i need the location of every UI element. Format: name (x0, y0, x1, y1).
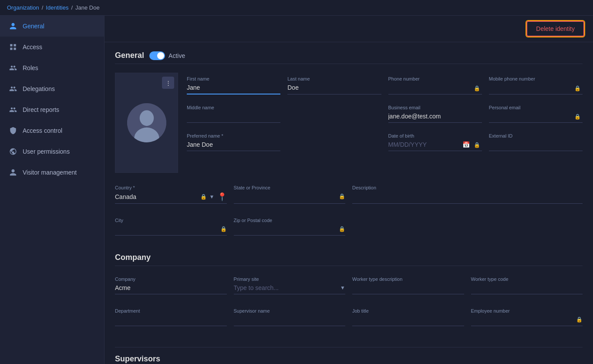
breadcrumb-identities[interactable]: Identities (46, 4, 68, 11)
sidebar-item-user-permissions[interactable]: User permissions (0, 141, 104, 162)
country-input[interactable] (115, 192, 198, 201)
supervisor-name-field: Supervisor name (234, 305, 346, 326)
job-title-label: Job title (352, 308, 464, 313)
country-field: Country * 🔒 ▼ 📍 (115, 182, 227, 204)
employee-number-input[interactable] (471, 315, 574, 324)
state-input[interactable] (234, 192, 337, 201)
mobile-phone-input[interactable] (489, 83, 583, 92)
employee-number-label: Employee number (471, 308, 583, 313)
breadcrumb: Organization / Identities / Jane Doe (0, 0, 593, 16)
sidebar-item-roles[interactable]: Roles (0, 57, 104, 78)
sidebar-label-roles: Roles (23, 64, 38, 71)
zip-lock-icon: 🔒 (339, 226, 345, 232)
first-name-label: First name (187, 76, 280, 81)
state-province-field: State or Province 🔒 (234, 182, 346, 204)
first-name-input[interactable] (187, 83, 280, 92)
personal-email-label: Personal email (489, 105, 583, 110)
business-email-input[interactable] (388, 112, 482, 121)
mobile-phone-label: Mobile phone number (489, 76, 583, 81)
supervisor-name-input[interactable] (234, 315, 346, 324)
primary-site-dropdown-icon[interactable]: ▼ (340, 285, 345, 291)
avatar-menu-button[interactable]: ⋮ (162, 77, 174, 89)
lock-icon: 🔒 (200, 194, 207, 200)
employee-number-field: Employee number 🔒 (471, 305, 583, 326)
top-bar: Delete identity (104, 16, 593, 42)
preferred-name-label: Preferred name * (187, 133, 280, 138)
dropdown-arrow-icon[interactable]: ▼ (209, 194, 215, 200)
general-section-title: General (115, 51, 144, 60)
calendar-icon[interactable]: 📅 (462, 141, 470, 148)
personal-email-lock-icon: 🔒 (574, 114, 581, 120)
worker-type-code-input[interactable] (471, 283, 583, 292)
globe-icon (9, 147, 17, 156)
personal-email-field: Personal email 🔒 (489, 101, 583, 123)
sidebar-label-user-permissions: User permissions (23, 148, 70, 155)
city-lock-icon: 🔒 (220, 226, 227, 232)
sidebar-label-access-control: Access control (23, 127, 62, 134)
department-input[interactable] (115, 315, 227, 324)
mobile-lock-icon: 🔒 (574, 85, 581, 91)
phone-lock-icon: 🔒 (474, 85, 480, 91)
dob-lock-icon: 🔒 (474, 142, 480, 148)
delegations-icon (9, 84, 17, 93)
description-label: Description (352, 185, 583, 190)
breadcrumb-current: Jane Doe (75, 4, 100, 11)
avatar (127, 103, 166, 142)
sidebar-item-visitor-management[interactable]: Visitor management (0, 162, 104, 183)
last-name-field: Last name (287, 73, 381, 94)
preferred-name-input[interactable] (187, 140, 280, 149)
delete-identity-button[interactable]: Delete identity (526, 21, 584, 37)
worker-type-desc-input[interactable] (352, 283, 464, 292)
city-zip-row: City 🔒 Zip or Postal code 🔒 (115, 214, 583, 243)
company-section-title: Company (115, 253, 151, 262)
worker-type-code-field: Worker type code (471, 273, 583, 294)
city-input[interactable] (115, 225, 218, 233)
sidebar-item-access-control[interactable]: Access control (0, 120, 104, 141)
sidebar-label-access: Access (23, 44, 42, 51)
middle-name-input[interactable] (187, 112, 280, 121)
visitor-icon (9, 168, 17, 177)
last-name-label: Last name (287, 76, 381, 81)
primary-site-input[interactable] (234, 283, 338, 292)
worker-type-desc-field: Worker type description (352, 273, 464, 294)
sidebar-label-delegations: Delegations (23, 85, 55, 92)
breadcrumb-org[interactable]: Organization (7, 4, 39, 11)
personal-email-input[interactable] (489, 112, 583, 121)
sidebar-label-general: General (23, 23, 44, 30)
company-row-2: Department Supervisor name Job title Emp… (115, 305, 583, 333)
active-toggle-container: Active (149, 51, 185, 60)
avatar-section: ⋮ (115, 73, 178, 173)
zip-input[interactable] (234, 225, 337, 233)
company-input[interactable] (115, 283, 227, 292)
preferred-name-field: Preferred name * (187, 130, 280, 151)
job-title-field: Job title (352, 305, 464, 326)
active-toggle[interactable] (149, 51, 165, 60)
description-input[interactable] (352, 192, 583, 201)
company-row-1: Company Primary site ▼ Worker type descr… (115, 273, 583, 301)
sidebar-item-delegations[interactable]: Delegations (0, 78, 104, 99)
supervisors-section-header: Supervisors (115, 347, 583, 364)
company-section: Company Company Primary site ▼ (115, 253, 583, 333)
employee-lock-icon: 🔒 (576, 317, 583, 323)
mobile-phone-field: Mobile phone number 🔒 (489, 73, 583, 94)
first-name-field: First name (187, 73, 280, 94)
phone-number-input[interactable] (388, 83, 482, 92)
country-label: Country * (115, 185, 227, 190)
sidebar-item-direct-reports[interactable]: Direct reports (0, 99, 104, 120)
state-label: State or Province (234, 185, 346, 190)
sidebar-item-general[interactable]: General (0, 16, 104, 37)
zip-label: Zip or Postal code (234, 218, 346, 223)
last-name-input[interactable] (287, 83, 381, 92)
external-id-input[interactable] (489, 140, 583, 149)
supervisors-title: Supervisors (115, 354, 160, 363)
svg-point-1 (139, 110, 153, 126)
worker-type-desc-label: Worker type description (352, 276, 464, 282)
company-section-header: Company (115, 253, 583, 266)
sidebar-item-access[interactable]: Access (0, 37, 104, 57)
person-icon (9, 22, 17, 30)
middle-name-field: Middle name (187, 101, 280, 123)
job-title-input[interactable] (352, 315, 464, 324)
company-field: Company (115, 273, 227, 294)
business-email-label: Business email (388, 105, 482, 110)
company-label: Company (115, 276, 227, 282)
